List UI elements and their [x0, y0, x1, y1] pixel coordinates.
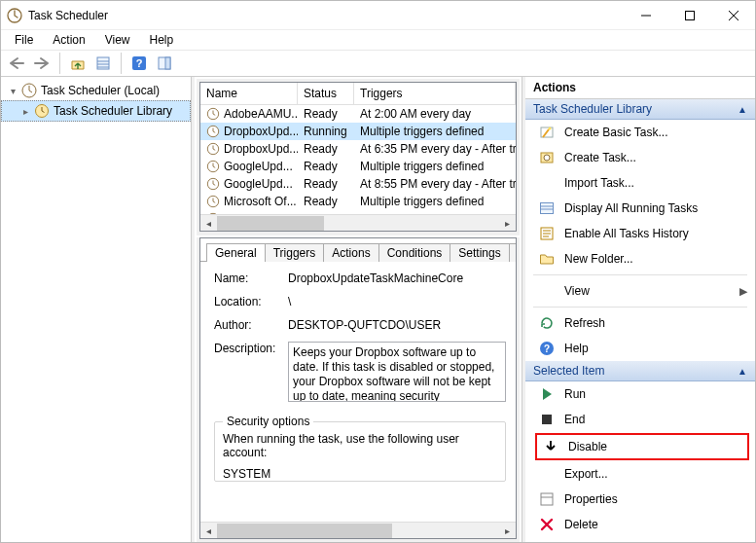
- center-pane: Name Status Triggers AdobeAAMU...ReadyAt…: [192, 77, 522, 543]
- task-row[interactable]: DropboxUpd...RunningMultiple triggers de…: [200, 123, 516, 140]
- show-action-pane-button[interactable]: [153, 52, 176, 75]
- tree-root-label: Task Scheduler (Local): [41, 84, 160, 97]
- menu-help[interactable]: Help: [142, 31, 182, 49]
- svg-rect-26: [541, 203, 554, 214]
- svg-rect-12: [165, 57, 170, 69]
- task-trigger: At 6:35 PM every day - After tr: [354, 142, 516, 156]
- help-icon: ?: [539, 341, 555, 356]
- task-trigger: At 8:55 PM every day - After tr: [354, 177, 516, 191]
- tree-expand-icon[interactable]: ▾: [9, 87, 18, 95]
- nav-forward-button[interactable]: [30, 52, 54, 75]
- action-enable-history[interactable]: Enable All Tasks History: [525, 221, 755, 246]
- delete-icon: [539, 517, 555, 532]
- svg-rect-2: [685, 11, 694, 19]
- task-clock-icon: [206, 195, 220, 208]
- up-level-button[interactable]: [66, 52, 90, 75]
- task-name: GoogleUpd...: [224, 177, 293, 191]
- blank-icon: [539, 466, 555, 482]
- task-status: Running: [298, 125, 354, 138]
- library-icon: [34, 103, 50, 119]
- task-clock-icon: [206, 160, 220, 173]
- tree-library-label: Task Scheduler Library: [54, 104, 172, 118]
- tab-triggers[interactable]: Triggers: [265, 243, 325, 262]
- task-row[interactable]: DropboxUpd...ReadyAt 6:35 PM every day -…: [200, 140, 516, 158]
- task-row[interactable]: AdobeAAMU...ReadyAt 2:00 AM every day: [200, 105, 516, 123]
- action-refresh[interactable]: Refresh: [525, 310, 755, 336]
- collapse-icon[interactable]: ▲: [738, 366, 747, 377]
- app-icon: [7, 8, 22, 23]
- task-trigger: Multiple triggers defined: [354, 195, 516, 208]
- task-trigger: Multiple triggers defined: [354, 125, 516, 138]
- task-list-scrollbar[interactable]: ◂▸: [200, 214, 516, 231]
- tab-history[interactable]: H: [509, 243, 517, 262]
- task-list-body: AdobeAAMU...ReadyAt 2:00 AM every dayDro…: [200, 105, 516, 214]
- action-view[interactable]: View ▶: [525, 278, 755, 304]
- action-disable[interactable]: Disable: [539, 437, 745, 456]
- menu-action[interactable]: Action: [45, 31, 92, 49]
- close-button[interactable]: [711, 1, 755, 30]
- scheduler-icon: [21, 83, 37, 98]
- menu-view[interactable]: View: [97, 31, 138, 49]
- col-status[interactable]: Status: [298, 83, 354, 104]
- details-scrollbar[interactable]: ◂▸: [200, 522, 516, 538]
- tab-conditions[interactable]: Conditions: [378, 243, 451, 262]
- action-end[interactable]: End: [525, 407, 755, 432]
- menu-file[interactable]: File: [7, 31, 41, 49]
- value-author: DESKTOP-QUFTCDO\USER: [288, 318, 506, 332]
- tree-expand-icon[interactable]: ▸: [21, 107, 30, 116]
- minimize-button[interactable]: [624, 1, 667, 30]
- task-name: DropboxUpd...: [224, 125, 298, 138]
- action-help[interactable]: ? Help: [525, 336, 755, 361]
- nav-back-button[interactable]: [5, 52, 28, 75]
- actions-section-selected[interactable]: Selected Item ▲: [525, 361, 755, 381]
- refresh-icon: [539, 315, 555, 331]
- svg-rect-32: [542, 415, 552, 424]
- tab-general-content: Name: DropboxUpdateTaskMachineCore Locat…: [200, 261, 516, 522]
- task-details: General Triggers Actions Conditions Sett…: [199, 237, 517, 539]
- action-create-task[interactable]: Create Task...: [525, 145, 755, 170]
- help-button[interactable]: ?: [127, 52, 151, 75]
- value-description[interactable]: Keeps your Dropbox software up to date. …: [288, 342, 506, 402]
- task-status: Ready: [298, 177, 354, 191]
- label-location: Location:: [214, 295, 288, 308]
- actions-section-library-label: Task Scheduler Library: [533, 102, 652, 116]
- tab-actions[interactable]: Actions: [323, 243, 378, 262]
- tab-settings[interactable]: Settings: [450, 243, 509, 262]
- import-icon: [539, 175, 555, 191]
- actions-section-selected-label: Selected Item: [533, 364, 604, 378]
- action-export[interactable]: Export...: [525, 461, 755, 487]
- toolbar: ?: [1, 50, 755, 77]
- task-list-header: Name Status Triggers: [200, 83, 516, 105]
- collapse-icon[interactable]: ▲: [738, 104, 747, 115]
- actions-section-library[interactable]: Task Scheduler Library ▲: [525, 99, 755, 120]
- tree-node-library[interactable]: ▸ Task Scheduler Library: [1, 100, 191, 122]
- action-create-basic-task[interactable]: Create Basic Task...: [525, 120, 755, 145]
- tree-root[interactable]: ▾ Task Scheduler (Local): [1, 81, 191, 100]
- task-clock-icon: [206, 142, 220, 156]
- task-clock-icon: [206, 177, 220, 191]
- task-clock-icon: [206, 125, 220, 138]
- task-row[interactable]: GoogleUpd...ReadyAt 8:55 PM every day - …: [200, 175, 516, 193]
- action-delete[interactable]: Delete: [525, 512, 755, 537]
- task-name: DropboxUpd...: [224, 142, 298, 156]
- window-title: Task Scheduler: [28, 9, 108, 22]
- col-triggers[interactable]: Triggers: [354, 83, 516, 104]
- properties-button[interactable]: [91, 52, 115, 75]
- main-area: ▾ Task Scheduler (Local) ▸ Task Schedule…: [1, 77, 755, 543]
- label-author: Author:: [214, 318, 288, 332]
- action-run[interactable]: Run: [525, 381, 755, 407]
- value-run-account: SYSTEM: [223, 467, 497, 481]
- submenu-arrow-icon: ▶: [739, 285, 747, 298]
- col-name[interactable]: Name: [200, 83, 298, 104]
- action-new-folder[interactable]: New Folder...: [525, 246, 755, 272]
- task-row[interactable]: GoogleUpd...ReadyMultiple triggers defin…: [200, 158, 516, 175]
- action-import-task[interactable]: Import Task...: [525, 170, 755, 196]
- action-display-running[interactable]: Display All Running Tasks: [525, 196, 755, 221]
- security-options-legend: Security options: [223, 415, 313, 428]
- action-properties[interactable]: Properties: [525, 487, 755, 512]
- task-status: Ready: [298, 142, 354, 156]
- tab-general[interactable]: General: [206, 243, 266, 262]
- task-row[interactable]: Microsoft Of...ReadyMultiple triggers de…: [200, 193, 516, 210]
- svg-text:?: ?: [136, 57, 143, 69]
- maximize-button[interactable]: [667, 1, 711, 30]
